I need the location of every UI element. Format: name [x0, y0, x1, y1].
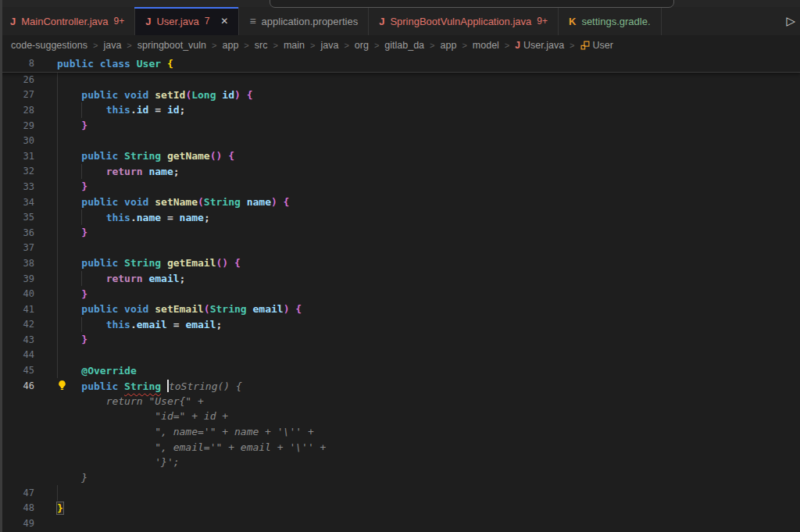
- code-line-34[interactable]: 34 public void setName(String name) {: [0, 195, 800, 210]
- code-token: this: [106, 319, 130, 330]
- code-token: public: [81, 257, 124, 269]
- indent-guide: [57, 148, 58, 164]
- line-number: 45: [0, 365, 34, 376]
- ghost-suggestion-line: return "User{" +: [0, 393, 800, 409]
- line-content: }: [57, 334, 88, 345]
- breadcrumb-item-user[interactable]: User: [580, 40, 613, 51]
- indent-guide: [81, 209, 82, 225]
- indent-guide: [57, 209, 58, 225]
- ghost-suggestion-line: ", email='" + email + '\'' +: [0, 439, 800, 455]
- breadcrumb-separator-icon: >: [505, 41, 509, 50]
- breadcrumb: code-suggestions>java>springboot_vuln>ap…: [0, 35, 800, 55]
- code-line-46[interactable]: 46 public String toString() {: [0, 378, 800, 394]
- code-line-32[interactable]: 32 return name;: [0, 164, 800, 180]
- breadcrumb-label: code-suggestions: [11, 40, 88, 51]
- code-token: getName: [167, 150, 210, 162]
- breadcrumb-item-java[interactable]: java: [103, 40, 121, 51]
- breadcrumb-item-model[interactable]: model: [473, 40, 499, 51]
- tab-user-java[interactable]: JUser.java7✕: [135, 7, 239, 35]
- breadcrumb-item-app[interactable]: app: [441, 40, 457, 51]
- code-token: String: [124, 257, 167, 269]
- breadcrumb-item-springboot-vuln[interactable]: springboot_vuln: [138, 40, 206, 51]
- code-token: =: [161, 212, 179, 223]
- code-token: }: [81, 334, 88, 345]
- lightbulb-icon[interactable]: [57, 380, 68, 392]
- code-token: ) {: [234, 89, 252, 101]
- line-number: 35: [0, 212, 34, 223]
- breadcrumb-item-code-suggestions[interactable]: code-suggestions: [11, 40, 88, 51]
- line-number: 41: [0, 304, 34, 315]
- code-line-40[interactable]: 40 }: [0, 286, 800, 302]
- code-line-38[interactable]: 38 public String getEmail() {: [0, 255, 800, 271]
- code-token: (: [198, 196, 204, 208]
- code-line-39[interactable]: 39 return email;: [0, 271, 800, 287]
- code-line-35[interactable]: 35 this.name = name;: [0, 209, 800, 225]
- run-button[interactable]: ▷: [786, 7, 795, 35]
- tab-springbootvulnapplication-java[interactable]: JSpringBootVulnApplication.java9+: [369, 7, 559, 35]
- java-file-icon: J: [10, 16, 16, 27]
- line-number: 27: [0, 89, 34, 100]
- sticky-line-number: 8: [0, 58, 34, 69]
- code-token: return "User{" +: [106, 395, 204, 407]
- line-content: return "User{" +: [57, 395, 204, 407]
- code-token: [57, 426, 155, 437]
- breadcrumb-separator-icon: >: [127, 41, 131, 50]
- tab-maincontroller-java[interactable]: JMainController.java9+: [0, 7, 135, 35]
- line-number: 38: [0, 258, 34, 269]
- breadcrumb-item-app[interactable]: app: [223, 40, 239, 51]
- code-line-30[interactable]: 30: [0, 133, 800, 148]
- indent-guide: [57, 241, 58, 256]
- breadcrumb-label: model: [473, 40, 499, 51]
- code-line-31[interactable]: 31 public String getName() {: [0, 148, 800, 164]
- code-token: this: [106, 104, 130, 116]
- tab-label: MainController.java: [21, 16, 108, 27]
- code-line-29[interactable]: 29 }: [0, 118, 800, 134]
- code-line-47[interactable]: 47: [0, 485, 800, 501]
- code-line-44[interactable]: 44: [0, 348, 800, 363]
- code-line-26[interactable]: 26: [0, 72, 800, 87]
- code-line-36[interactable]: 36 }: [0, 225, 800, 241]
- code-token: =: [167, 319, 185, 330]
- code-token: String: [124, 380, 161, 392]
- code-line-48[interactable]: 48}: [0, 501, 800, 516]
- code-editor[interactable]: 2627 public void setId(Long id) {28 this…: [0, 72, 800, 532]
- sticky-scroll-line[interactable]: 8public class User {: [0, 55, 800, 73]
- breadcrumb-item-org[interactable]: org: [355, 40, 369, 51]
- problem-count-badge: 7: [205, 16, 210, 27]
- breadcrumb-label: User: [593, 40, 613, 51]
- code-line-33[interactable]: 33 }: [0, 179, 800, 195]
- code-line-28[interactable]: 28 this.id = id;: [0, 102, 800, 118]
- close-tab-icon[interactable]: ✕: [220, 16, 228, 27]
- indent-guide: [57, 225, 58, 241]
- code-line-43[interactable]: 43 }: [0, 332, 800, 348]
- properties-file-icon: ≡: [249, 15, 255, 27]
- tab-label: application.properties: [262, 16, 359, 27]
- code-token: [57, 441, 155, 453]
- code-line-49[interactable]: 49: [0, 516, 800, 531]
- breadcrumb-label: main: [284, 40, 305, 51]
- breadcrumb-item-user-java[interactable]: JUser.java: [515, 40, 564, 51]
- code-token: [57, 334, 81, 345]
- breadcrumb-item-gitlab-da[interactable]: gitlab_da: [384, 40, 424, 51]
- code-line-27[interactable]: 27 public void setId(Long id) {: [0, 87, 800, 103]
- breadcrumb-item-java[interactable]: java: [320, 40, 338, 51]
- code-line-41[interactable]: 41 public void setEmail(String email) {: [0, 302, 800, 317]
- java-file-icon: J: [515, 40, 520, 51]
- indent-guide: [57, 348, 58, 363]
- indent-guide: [57, 164, 58, 180]
- breadcrumb-item-main[interactable]: main: [284, 40, 305, 51]
- code-line-37[interactable]: 37: [0, 241, 800, 256]
- code-line-42[interactable]: 42 this.email = email;: [0, 317, 800, 333]
- code-line-45[interactable]: 45 @Override: [0, 362, 800, 378]
- code-token: ;: [180, 273, 186, 284]
- code-token: getEmail: [167, 257, 216, 269]
- tab-application-properties[interactable]: ≡application.properties: [239, 7, 369, 35]
- code-token: return: [106, 166, 149, 177]
- line-number: 49: [0, 518, 34, 529]
- tab-settings-gradle[interactable]: Ksettings.gradle.: [559, 7, 662, 35]
- code-token: public: [81, 150, 124, 162]
- ghost-suggestion-line: '}';: [0, 455, 800, 470]
- line-number: 29: [0, 120, 34, 131]
- breadcrumb-item-src[interactable]: src: [255, 40, 268, 51]
- code-token: setEmail: [155, 303, 204, 315]
